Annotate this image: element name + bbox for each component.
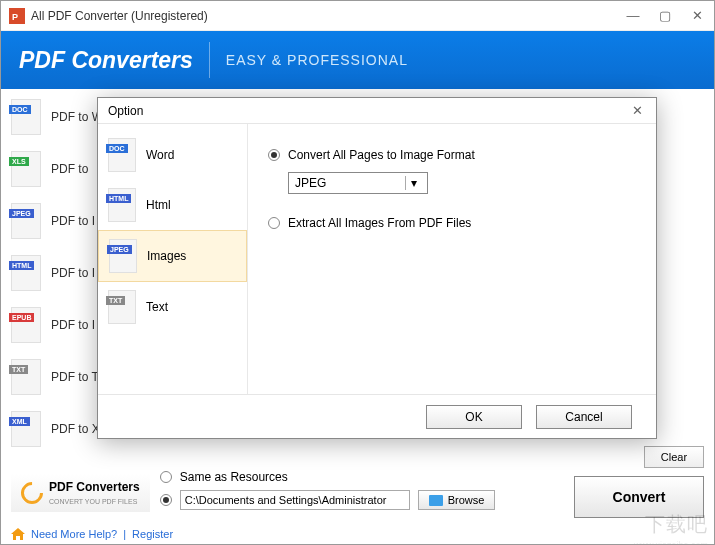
format-badge: EPUB xyxy=(9,313,34,322)
help-row: Need More Help? | Register xyxy=(11,528,173,540)
format-icon: JPEG xyxy=(11,203,41,239)
tab-icon: JPEG xyxy=(109,239,137,273)
app-icon: P xyxy=(9,8,25,24)
dialog-button-row: OK Cancel xyxy=(98,394,656,438)
banner-title: PDF Converters xyxy=(19,47,193,74)
format-badge: XML xyxy=(9,417,30,426)
same-as-resources-label: Same as Resources xyxy=(180,470,288,484)
browse-button[interactable]: Browse xyxy=(418,490,496,510)
format-badge: HTML xyxy=(9,261,34,270)
browse-label: Browse xyxy=(448,494,485,506)
tab-badge: TXT xyxy=(106,296,125,305)
chevron-down-icon: ▾ xyxy=(405,176,421,190)
brand-tag: CONVERT YOU PDF FILES xyxy=(49,498,137,505)
extract-images-option[interactable]: Extract All Images From PDF Files xyxy=(268,216,636,230)
format-icon: TXT xyxy=(11,359,41,395)
format-badge: JPEG xyxy=(9,209,34,218)
dialog-sidebar: DOCWordHTMLHtmlJPEGImagesTXTText xyxy=(98,124,248,394)
format-label: PDF to I xyxy=(51,214,95,228)
minimize-button[interactable]: — xyxy=(624,7,642,25)
output-path-input[interactable] xyxy=(180,490,410,510)
help-link[interactable]: Need More Help? xyxy=(31,528,117,540)
extract-label: Extract All Images From PDF Files xyxy=(288,216,471,230)
svg-text:P: P xyxy=(12,12,18,22)
tab-icon: DOC xyxy=(108,138,136,172)
home-icon xyxy=(11,528,25,540)
maximize-button[interactable]: ▢ xyxy=(656,7,674,25)
option-tab-html[interactable]: HTMLHtml xyxy=(98,180,247,230)
dialog-title: Option xyxy=(108,104,628,118)
convert-button[interactable]: Convert xyxy=(574,476,704,518)
brand-block: PDF Converters CONVERT YOU PDF FILES xyxy=(11,474,150,512)
format-label: PDF to W xyxy=(51,110,103,124)
format-icon: DOC xyxy=(11,99,41,135)
format-label: PDF to T xyxy=(51,370,99,384)
window-controls: — ▢ ✕ xyxy=(624,7,706,25)
banner: PDF Converters EASY & PROFESSIONAL xyxy=(1,31,714,89)
convert-all-label: Convert All Pages to Image Format xyxy=(288,148,475,162)
format-label: PDF to I xyxy=(51,318,95,332)
convert-all-pages-option[interactable]: Convert All Pages to Image Format xyxy=(268,148,636,162)
brand-name: PDF Converters xyxy=(49,480,140,494)
format-selected: JPEG xyxy=(295,176,326,190)
folder-icon xyxy=(429,495,443,506)
brand-logo-icon xyxy=(16,477,47,508)
radio-icon xyxy=(268,149,280,161)
tab-label: Word xyxy=(146,148,174,162)
bottom-area: Clear PDF Converters CONVERT YOU PDF FIL… xyxy=(11,470,704,516)
clear-button[interactable]: Clear xyxy=(644,446,704,468)
option-tab-text[interactable]: TXTText xyxy=(98,282,247,332)
dialog-title-bar: Option ✕ xyxy=(98,98,656,124)
radio-icon xyxy=(160,471,172,483)
radio-icon xyxy=(160,494,172,506)
window-title: All PDF Converter (Unregistered) xyxy=(31,9,624,23)
banner-subtitle: EASY & PROFESSIONAL xyxy=(226,52,408,68)
tab-label: Html xyxy=(146,198,171,212)
tab-icon: HTML xyxy=(108,188,136,222)
option-dialog: Option ✕ DOCWordHTMLHtmlJPEGImagesTXTTex… xyxy=(97,97,657,439)
watermark-url: www.xiazaiba.com xyxy=(634,540,708,545)
option-tab-word[interactable]: DOCWord xyxy=(98,130,247,180)
format-icon: EPUB xyxy=(11,307,41,343)
dialog-close-button[interactable]: ✕ xyxy=(628,102,646,120)
tab-badge: HTML xyxy=(106,194,131,203)
option-tab-images[interactable]: JPEGImages xyxy=(98,230,247,282)
svg-marker-2 xyxy=(11,528,25,540)
radio-icon xyxy=(268,217,280,229)
register-link[interactable]: Register xyxy=(132,528,173,540)
banner-divider xyxy=(209,42,210,78)
cancel-button[interactable]: Cancel xyxy=(536,405,632,429)
image-format-select[interactable]: JPEG ▾ xyxy=(288,172,428,194)
tab-badge: JPEG xyxy=(107,245,132,254)
format-badge: DOC xyxy=(9,105,31,114)
dialog-content: Convert All Pages to Image Format JPEG ▾… xyxy=(248,124,656,394)
close-button[interactable]: ✕ xyxy=(688,7,706,25)
tab-label: Text xyxy=(146,300,168,314)
format-icon: XML xyxy=(11,411,41,447)
format-icon: XLS xyxy=(11,151,41,187)
format-label: PDF to X xyxy=(51,422,100,436)
format-label: PDF to I xyxy=(51,266,95,280)
format-badge: TXT xyxy=(9,365,28,374)
ok-button[interactable]: OK xyxy=(426,405,522,429)
format-label: PDF to xyxy=(51,162,88,176)
format-badge: XLS xyxy=(9,157,29,166)
brand-text: PDF Converters CONVERT YOU PDF FILES xyxy=(49,480,140,506)
tab-badge: DOC xyxy=(106,144,128,153)
tab-icon: TXT xyxy=(108,290,136,324)
format-icon: HTML xyxy=(11,255,41,291)
tab-label: Images xyxy=(147,249,186,263)
title-bar: P All PDF Converter (Unregistered) — ▢ ✕ xyxy=(1,1,714,31)
